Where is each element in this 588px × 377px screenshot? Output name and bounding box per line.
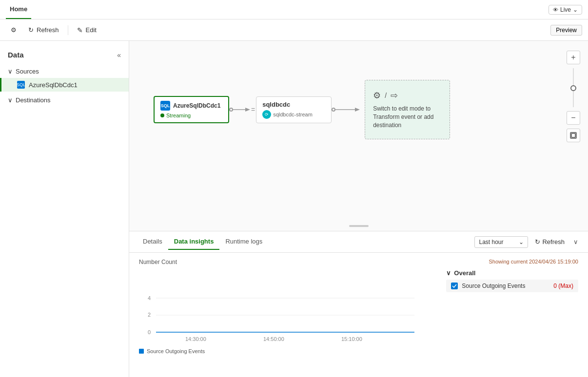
connector-eq: = [251,106,255,113]
chevron-down-icon: ⌄ [573,6,578,13]
svg-marker-3 [355,108,360,112]
live-label: Live [560,6,571,13]
chart-svg: 4 2 0 14:30:00 14:50:00 15:10:00 [139,294,422,343]
source-node-status: Streaming [160,113,222,118]
refresh-bottom-icon: ↻ [535,238,540,245]
gear-icon: ⚙ [11,26,17,34]
destination-icons: ⚙ / ⇨ [373,90,442,101]
live-badge[interactable]: 👁 Live ⌄ [549,5,582,15]
sidebar-title: Data « [0,47,129,63]
refresh-bottom-button[interactable]: ↻ Refresh [532,236,568,247]
sidebar-item-azuresql[interactable]: SQL AzureSqlDbCdc1 [0,78,129,92]
source-node-name: AzureSqlDbCdc1 [173,102,220,109]
chart-legend: Source Outgoing Events [139,348,578,354]
tab-home[interactable]: Home [6,0,31,19]
sidebar-sources-header[interactable]: ∨ Sources [0,65,129,78]
source-outgoing-value: 0 (Max) [553,283,573,289]
svg-marker-1 [245,108,250,112]
svg-text:14:50:00: 14:50:00 [263,336,284,342]
tab-data-insights[interactable]: Data insights [168,234,220,250]
zoom-in-button[interactable]: + [567,51,580,64]
canvas: SQL AzureSqlDbCdc1 Streaming = [129,41,588,231]
bottom-tabs: Details Data insights Runtime logs Last … [129,231,588,253]
svg-text:4: 4 [148,295,151,301]
connector-dot-2 [332,108,335,112]
chart-svg-container: 4 2 0 14:30:00 14:50:00 15:10:00 [139,294,578,344]
drag-handle[interactable] [349,225,369,227]
top-bar: Home 👁 Live ⌄ [0,0,588,19]
stream-node-name: sqldbcdc [262,101,325,108]
connector-1: = [229,106,256,113]
chart-header: Number Count Showing current 2024/04/26 … [139,259,578,292]
time-label: Last hour [479,239,503,245]
stream-node[interactable]: sqldbcdc ⟳ sqldbcdc-stream [256,96,332,123]
refresh-button[interactable]: ↻ Refresh [23,24,64,36]
connector-2 [332,106,360,113]
sources-label: Sources [16,68,39,75]
overall-chevron-icon: ∨ [446,269,451,277]
sidebar-data-label: Data [8,51,24,59]
expand-button[interactable]: ∨ [571,236,580,247]
legend-label: Source Outgoing Events [147,348,205,354]
source-node[interactable]: SQL AzureSqlDbCdc1 Streaming [154,96,229,123]
toolbar-divider [68,25,68,35]
overall-header[interactable]: ∨ Overall [446,269,578,277]
sidebar-collapse-button[interactable]: « [117,51,121,59]
source-outgoing-label: Source Outgoing Events [462,283,540,289]
zoom-fit-button[interactable] [567,129,580,142]
source-item-label: AzureSqlDbCdc1 [29,81,78,89]
zoom-slider-thumb[interactable] [570,85,576,91]
connector-line-2 [335,106,360,113]
bottom-tab-actions: Last hour ⌄ ↻ Refresh ∨ [474,236,580,248]
stream-node-sub: ⟳ sqldbcdc-stream [262,110,325,119]
zoom-controls: + − [567,51,580,142]
tab-runtime-logs[interactable]: Runtime logs [219,234,268,250]
chart-title: Number Count [139,259,177,265]
main-layout: Data « ∨ Sources SQL AzureSqlDbCdc1 ∨ De… [0,41,588,377]
tab-details[interactable]: Details [137,234,168,250]
status-dot [160,113,164,117]
sidebar-destinations-section: ∨ Destinations [0,94,129,107]
eye-icon: 👁 [553,7,558,13]
refresh-icon: ↻ [28,26,34,34]
refresh-bottom-label: Refresh [542,238,565,245]
azuresql-icon: SQL [17,81,25,89]
edit-button[interactable]: ✎ Edit [72,24,101,36]
connector-line-1 [233,106,250,113]
zoom-out-button[interactable]: − [567,111,580,125]
legend-dot [139,349,144,354]
connector-dot-1 [229,108,233,112]
overall-label: Overall [454,269,475,277]
sidebar: Data « ∨ Sources SQL AzureSqlDbCdc1 ∨ De… [0,41,129,377]
stream-sub-label: sqldbcdc-stream [273,112,313,117]
chevron-down-icon: ∨ [8,68,13,75]
overall-item: Source Outgoing Events 0 (Max) [446,280,578,292]
export-icon: ⇨ [391,90,398,101]
destinations-label: Destinations [16,96,51,104]
zoom-slider-track [573,68,574,107]
toolbar: ⚙ ↻ Refresh ✎ Edit Preview [0,19,588,41]
chevron-right-icon: ∨ [8,96,13,104]
svg-text:15:10:00: 15:10:00 [341,336,362,342]
source-checkbox[interactable] [451,283,458,289]
settings-button[interactable]: ⚙ [6,24,21,36]
destination-node[interactable]: ⚙ / ⇨ Switch to edit mode to Transform e… [365,80,450,139]
canvas-area: SQL AzureSqlDbCdc1 Streaming = [129,41,588,377]
edit-icon: ✎ [77,26,83,34]
bottom-panel: Details Data insights Runtime logs Last … [129,231,588,377]
stream-icon: ⟳ [262,110,271,119]
overall-section: ∨ Overall Source Outgoing Events 0 (Max) [446,269,578,292]
chart-area: Number Count Showing current 2024/04/26 … [129,253,588,360]
flow-container: SQL AzureSqlDbCdc1 Streaming = [154,80,450,139]
destination-text: Switch to edit mode to Transform event o… [373,105,442,129]
svg-text:2: 2 [148,312,151,318]
svg-text:0: 0 [148,329,151,335]
svg-text:14:30:00: 14:30:00 [185,336,206,342]
source-status-label: Streaming [166,113,191,118]
time-chevron-icon: ⌄ [519,239,524,245]
time-select[interactable]: Last hour ⌄ [474,236,528,248]
sidebar-destinations-header[interactable]: ∨ Destinations [0,94,129,107]
edit-label: Edit [86,26,97,34]
preview-button[interactable]: Preview [550,25,582,36]
chart-timestamp: Showing current 2024/04/26 15:19:00 [489,259,578,264]
